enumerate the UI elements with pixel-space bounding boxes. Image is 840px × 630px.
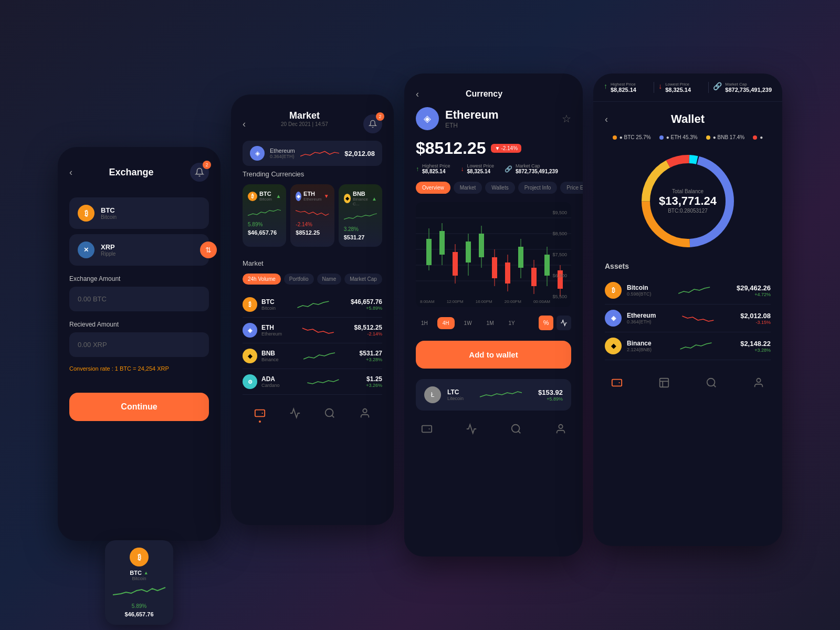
tab-market[interactable]: Market — [454, 182, 482, 194]
currency-tabs: Overview Market Wallets Project Info Pri… — [404, 182, 583, 202]
favorite-button[interactable]: ☆ — [562, 112, 571, 125]
asset-row-eth[interactable]: ◈ Ethereum 0.364(ETH) $2,012.08 -3.15% — [605, 304, 771, 332]
currency-nav-search[interactable] — [510, 423, 522, 435]
filter-name[interactable]: Name — [317, 274, 342, 285]
btc-selector[interactable]: ₿ BTC Bitcoin — [69, 197, 209, 229]
ltc-sparkline — [470, 388, 532, 401]
chart-y-labels: $9,500 $8,500 $7,500 $6,500 $5,500 — [552, 202, 567, 307]
time-1m[interactable]: 1M — [481, 317, 499, 329]
asset-row-bnb[interactable]: ◆ Binance 2.124(BNB) $2,148.22 +3.28% — [605, 332, 771, 360]
market-bnb-full: Binance — [261, 357, 279, 362]
time-1w[interactable]: 1W — [459, 317, 477, 329]
svg-rect-21 — [505, 262, 510, 284]
asset-bnb-chg: +3.28% — [740, 348, 771, 353]
asset-eth-sparkline — [661, 312, 735, 324]
wallet-nav-search[interactable] — [706, 377, 717, 391]
currency-coin-name: Ethereum — [445, 108, 498, 122]
time-chart-icon[interactable] — [556, 316, 571, 330]
nav-user-icon[interactable] — [359, 407, 371, 423]
filter-portfolio[interactable]: Portfolio — [284, 274, 314, 285]
nav-search-icon[interactable] — [324, 407, 335, 423]
asset-btc-name: Bitcoin — [627, 284, 652, 291]
exchange-amount-input[interactable]: 0.00 BTC — [69, 287, 209, 311]
filter-24h-volume[interactable]: 24h Volume — [243, 274, 281, 285]
wallet-title: Wallet — [671, 112, 705, 126]
currency-change-val: -2.14% — [501, 145, 518, 151]
btc-name: BTC — [101, 206, 117, 214]
market-row-eth[interactable]: ◈ ETH Ethereum $8,512.25 -2.14% — [243, 318, 382, 343]
currency-nav-wallet[interactable] — [421, 423, 433, 435]
svg-point-32 — [559, 425, 562, 428]
xrp-selector[interactable]: ✕ XRP Ripple — [69, 234, 209, 266]
svg-rect-13 — [453, 252, 458, 276]
nav-wallet-icon[interactable] — [254, 407, 266, 423]
time-4h[interactable]: 4H — [437, 317, 455, 329]
trending-grid: ₿ BTC Bitcoin ▲ 5.89% $46,657.76 — [243, 184, 382, 247]
eth-price-mini-bar[interactable]: ◈ Ethereum 0.364(ETH) $2,012.08 — [243, 141, 382, 166]
ltc-row[interactable]: Ł LTC Litecoin $153.92 +5.89% — [416, 379, 571, 411]
eth-trend-card[interactable]: ◈ ETH Ethereum ▼ -2.14% $8512.25 — [290, 184, 334, 247]
market-notification-button[interactable]: 2 — [363, 114, 382, 133]
currency-title: Currency — [466, 89, 502, 99]
market-row-bnb[interactable]: ◆ BNB Binance $531.27 +3.28% — [243, 343, 382, 369]
asset-eth-icon: ◈ — [605, 310, 622, 327]
market-back-button[interactable]: ‹ — [243, 119, 246, 130]
asset-row-btc[interactable]: ₿ Bitcoin 0.598(BTC) $29,462.26 +4.72% — [605, 277, 771, 304]
y-label-2: $8,500 — [552, 231, 567, 236]
wallet-lowest-arrow: ↓ — [658, 82, 662, 90]
svg-rect-23 — [518, 247, 523, 268]
time-1h[interactable]: 1H — [416, 317, 433, 329]
filter-market-cap[interactable]: Market Cap — [344, 274, 382, 285]
wallet-back-button[interactable]: ‹ — [605, 114, 608, 125]
nav-chart-icon[interactable] — [289, 407, 301, 423]
received-amount-input[interactable]: 0.00 XRP — [69, 332, 209, 357]
legend-btc-label: ● BTC 25.7% — [620, 134, 651, 140]
swap-button[interactable]: ⇅ — [200, 242, 217, 258]
currency-nav-user[interactable] — [555, 423, 566, 435]
legend-bnb: ● BNB 17.4% — [706, 134, 745, 140]
exchange-notification-button[interactable]: 2 — [190, 163, 209, 182]
currency-back-button[interactable]: ‹ — [416, 89, 419, 100]
market-cap-icon: 🔗 — [505, 165, 512, 173]
legend-other-label: ● — [760, 134, 763, 140]
eth-trend-icon: ◈ — [296, 192, 301, 201]
received-amount-label: Recieved Amount — [69, 321, 209, 328]
tab-wallets[interactable]: Wallets — [485, 182, 514, 194]
market-cap-val: $872,735,491,239 — [516, 169, 558, 174]
tab-price-estimate[interactable]: Price Estimate — [560, 182, 583, 194]
time-1y[interactable]: 1Y — [503, 317, 520, 329]
wallet-nav-chart[interactable] — [658, 377, 670, 391]
wallet-nav-user[interactable] — [753, 377, 764, 391]
lowest-price-label: Lowest Price — [467, 163, 495, 169]
wallet-highest-label: Highest Price — [611, 82, 636, 87]
legend-bnb-dot — [706, 135, 710, 140]
ltc-icon: Ł — [424, 386, 441, 403]
currency-change-badge: ▼ -2.14% — [491, 144, 521, 153]
svg-point-40 — [707, 379, 715, 386]
eth-mini-sparkline — [300, 147, 339, 160]
tab-overview[interactable]: Overview — [416, 182, 450, 194]
market-row-ada[interactable]: ⚙ ADA Cardano $1.25 +3.26% — [243, 369, 382, 395]
currency-bottom-nav — [404, 415, 583, 439]
btc-float-up-arrow: ▲ — [144, 570, 149, 575]
market-date: 20 Dec 2021 | 14:57 — [281, 121, 328, 127]
market-bnb-sparkline — [284, 350, 354, 362]
currency-nav-chart[interactable] — [466, 423, 477, 435]
market-label: Market — [243, 259, 382, 267]
exchange-back-button[interactable]: ‹ — [69, 167, 72, 178]
time-percent-icon[interactable]: % — [539, 316, 553, 330]
bnb-trend-card[interactable]: ◆ BNB Binance C... ▲ 3.28% $531.27 — [339, 184, 382, 247]
lowest-arrow-icon: ↓ — [461, 165, 464, 173]
continue-button[interactable]: Continue — [69, 393, 209, 421]
add-to-wallet-button[interactable]: Add to wallet — [416, 341, 571, 369]
bnb-trend-full: Binance C... — [353, 197, 370, 206]
bnb-trend-price: $531.27 — [344, 234, 377, 240]
tab-project-info[interactable]: Project Info — [518, 182, 558, 194]
wallet-nav-wallet[interactable] — [611, 377, 623, 391]
eth-mini-icon: ◈ — [250, 146, 265, 161]
btc-trend-card[interactable]: ₿ BTC Bitcoin ▲ 5.89% $46,657.76 — [243, 184, 286, 247]
market-notification-count: 2 — [376, 112, 384, 121]
asset-btc-chg: +4.72% — [737, 292, 771, 297]
market-row-btc[interactable]: ₿ BTC Bitcoin $46,657.76 +5.89% — [243, 292, 382, 318]
btc-trend-sparkline — [248, 205, 281, 219]
